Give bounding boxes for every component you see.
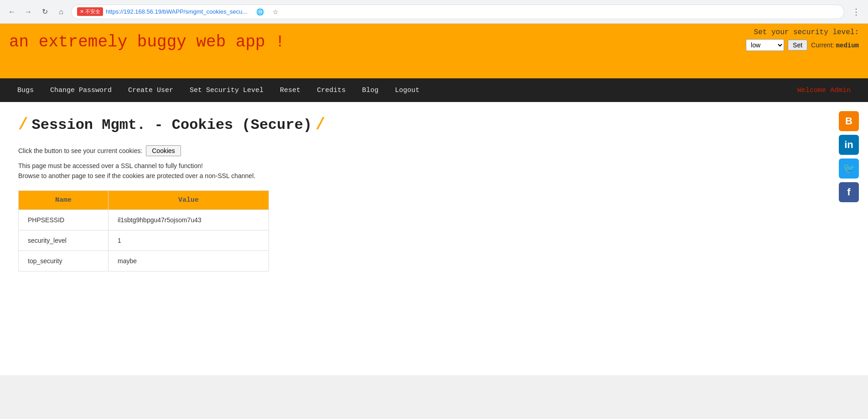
- set-security-button[interactable]: Set: [788, 40, 807, 51]
- info-line-1: This page must be accessed over a SSL ch…: [18, 161, 850, 171]
- cookies-table: Name Value PHPSESSIDil1sbtg9hbpgu47r5ojs…: [18, 190, 269, 271]
- slash-left: /: [18, 116, 28, 134]
- instruction-text: Click the button to see your current coo…: [18, 145, 850, 156]
- slash-right: /: [315, 116, 326, 134]
- current-security-label: Current: medium: [811, 41, 859, 49]
- browser-chrome: ← → ↻ ⌂ ✕ 不安全 https://192.168.56.19/bWAP…: [0, 0, 868, 24]
- info-line-2: Browse to another page to see if the coo…: [18, 171, 850, 181]
- current-security-value: medium: [836, 42, 859, 49]
- refresh-button[interactable]: ↻: [38, 5, 51, 18]
- column-header-name: Name: [19, 190, 108, 210]
- page-title: / Session Mgmt. - Cookies (Secure) /: [18, 116, 850, 134]
- cell-name-2: top_security: [19, 250, 108, 271]
- nav-change-password[interactable]: Change Password: [42, 78, 120, 102]
- cell-value-2: maybe: [108, 250, 269, 271]
- site-nav: Bugs Change Password Create User Set Sec…: [0, 78, 868, 102]
- social-sidebar: B in 🐦 f: [839, 111, 859, 202]
- info-text: This page must be accessed over a SSL ch…: [18, 161, 850, 181]
- home-button[interactable]: ⌂: [55, 5, 67, 18]
- nav-welcome: Welcome Admin: [789, 78, 859, 102]
- browser-menu-button[interactable]: ⋮: [850, 5, 863, 18]
- nav-create-user[interactable]: Create User: [120, 78, 181, 102]
- nav-logout[interactable]: Logout: [387, 78, 428, 102]
- site-header: an extremely buggy web app ! Set your se…: [0, 24, 868, 78]
- social-blogger[interactable]: B: [839, 111, 859, 131]
- security-level-label: Set your security level:: [746, 28, 859, 36]
- bookmark-icon-btn[interactable]: ☆: [269, 5, 282, 18]
- cookies-button[interactable]: Cookies: [146, 145, 181, 156]
- address-icons: 🌐 ☆: [253, 5, 282, 18]
- address-bar[interactable]: ✕ 不安全 https://192.168.56.19/bWAPP/smgmt_…: [71, 5, 844, 19]
- table-header-row: Name Value: [19, 190, 269, 210]
- table-row: security_level1: [19, 230, 269, 250]
- back-button[interactable]: ←: [5, 5, 18, 18]
- table-row: PHPSESSIDil1sbtg9hbpgu47r5ojsom7u43: [19, 210, 269, 230]
- translate-icon-btn[interactable]: 🌐: [253, 5, 266, 18]
- social-linkedin[interactable]: in: [839, 135, 859, 155]
- main-content: / Session Mgmt. - Cookies (Secure) / Cli…: [0, 102, 868, 375]
- nav-credits[interactable]: Credits: [309, 78, 354, 102]
- table-row: top_securitymaybe: [19, 250, 269, 271]
- nav-reset[interactable]: Reset: [272, 78, 309, 102]
- nav-set-security-level[interactable]: Set Security Level: [181, 78, 272, 102]
- cell-value-1: 1: [108, 230, 269, 250]
- nav-bugs[interactable]: Bugs: [9, 78, 42, 102]
- security-row: low medium high Set Current: medium: [746, 39, 859, 51]
- social-facebook[interactable]: f: [839, 182, 859, 202]
- nav-blog[interactable]: Blog: [354, 78, 387, 102]
- security-control: Set your security level: low medium high…: [746, 28, 859, 51]
- site-tagline: an extremely buggy web app !: [9, 29, 859, 51]
- cell-name-1: security_level: [19, 230, 108, 250]
- address-text: https://192.168.56.19/bWAPP/smgmt_cookie…: [106, 8, 247, 15]
- social-twitter[interactable]: 🐦: [839, 158, 859, 179]
- table-body: PHPSESSIDil1sbtg9hbpgu47r5ojsom7u43secur…: [19, 210, 269, 271]
- insecure-badge: ✕ 不安全: [77, 7, 103, 16]
- column-header-value: Value: [108, 190, 269, 210]
- cell-value-0: il1sbtg9hbpgu47r5ojsom7u43: [108, 210, 269, 230]
- page-title-text: Session Mgmt. - Cookies (Secure): [32, 117, 312, 133]
- forward-button[interactable]: →: [22, 5, 35, 18]
- security-select[interactable]: low medium high: [746, 39, 784, 51]
- cell-name-0: PHPSESSID: [19, 210, 108, 230]
